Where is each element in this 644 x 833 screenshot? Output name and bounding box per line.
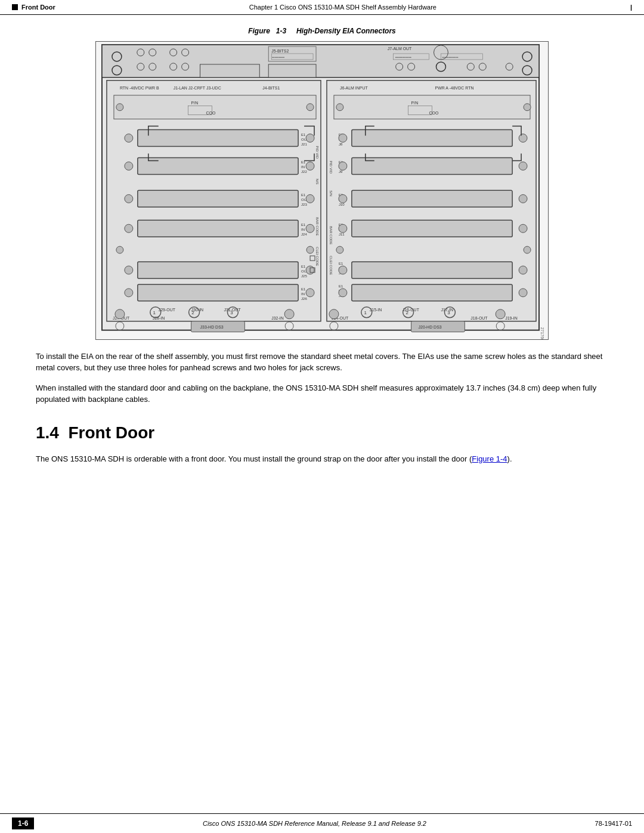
svg-text:J5-BITS2: J5-BITS2 — [271, 49, 289, 53]
svg-text:3: 3 — [230, 310, 233, 315]
svg-text:J33-HD DS3: J33-HD DS3 — [200, 325, 224, 329]
svg-rect-141 — [352, 262, 512, 278]
svg-point-139 — [339, 224, 347, 233]
section-title: Front Door — [69, 423, 155, 442]
figure-title: High-Density EIA Connectors — [296, 27, 396, 35]
body-paragraph-2: When installed with the standard door an… — [36, 382, 608, 405]
svg-text:J26: J26 — [301, 297, 307, 301]
svg-point-152 — [519, 289, 527, 297]
svg-point-146 — [519, 266, 527, 274]
svg-text:J9: J9 — [339, 170, 343, 174]
svg-text:2: 2 — [405, 310, 408, 315]
header-chapter-title: Chapter 1 Cisco ONS 15310-MA SDH Shelf A… — [249, 4, 436, 11]
svg-text:271766: 271766 — [540, 327, 544, 339]
svg-rect-1 — [102, 45, 539, 78]
svg-point-67 — [125, 194, 133, 203]
svg-text:E1: E1 — [339, 262, 343, 265]
figure-diagram: J5-BITS2 •••••••••• J7-ALM OUT •••••••••… — [95, 41, 549, 340]
svg-text:E1: E1 — [301, 223, 306, 227]
figure-1-4-link[interactable]: Figure 1-4 — [472, 454, 507, 463]
svg-point-122 — [519, 134, 527, 143]
svg-point-121 — [339, 134, 347, 143]
svg-point-46 — [306, 246, 314, 253]
svg-text:E1: E1 — [301, 265, 306, 268]
svg-text:COO: COO — [429, 111, 439, 115]
svg-text:••••••••••: •••••••••• — [272, 55, 284, 59]
svg-text:J32-IN: J32-IN — [271, 316, 284, 320]
svg-point-43 — [116, 104, 123, 111]
svg-text:RTN  -48VDC  PWR B: RTN -48VDC PWR B — [120, 86, 159, 90]
footer-page-number: 1-6 — [12, 817, 34, 829]
header-left-text: Front Door — [21, 4, 55, 11]
svg-text:CLEI CODE: CLEI CODE — [329, 256, 333, 275]
svg-text:BAR CODE: BAR CODE — [329, 226, 333, 244]
svg-text:E1: E1 — [301, 160, 306, 164]
svg-text:IN: IN — [301, 228, 305, 231]
page-footer: 1-6 Cisco ONS 15310-MA SDH Reference Man… — [0, 813, 644, 833]
svg-text:CLEI CODE: CLEI CODE — [315, 247, 319, 266]
svg-text:PID VID: PID VID — [315, 146, 319, 159]
svg-point-62 — [306, 162, 314, 170]
svg-point-133 — [339, 194, 347, 203]
section-heading: 1.4 Front Door — [36, 423, 608, 442]
svg-rect-24 — [268, 64, 316, 78]
svg-point-111 — [336, 246, 343, 253]
figure-number: Figure 1-3 — [248, 27, 294, 35]
svg-rect-75 — [138, 262, 298, 278]
section-paragraph: The ONS 15310-MA SDH is orderable with a… — [36, 453, 608, 465]
svg-point-74 — [306, 224, 314, 233]
svg-point-68 — [306, 194, 314, 203]
svg-rect-129 — [352, 190, 512, 207]
svg-text:J21: J21 — [301, 143, 307, 146]
svg-text:COO: COO — [206, 111, 216, 115]
footer-left-text: Cisco ONS 15310-MA SDH Reference Manual,… — [203, 820, 426, 827]
svg-text:PID VID: PID VID — [329, 160, 333, 174]
svg-text:E1: E1 — [301, 133, 306, 137]
svg-text:3: 3 — [447, 310, 450, 315]
square-icon — [12, 4, 18, 10]
svg-text:J11: J11 — [339, 233, 345, 236]
svg-point-73 — [125, 224, 133, 233]
svg-point-56 — [306, 134, 314, 143]
svg-point-109 — [336, 104, 343, 111]
svg-text:P/N: P/N — [191, 101, 199, 105]
svg-point-93 — [115, 309, 125, 319]
page-header: Front Door Chapter 1 Cisco ONS 15310-MA … — [0, 0, 644, 15]
svg-point-85 — [125, 289, 133, 297]
svg-point-110 — [524, 104, 531, 111]
svg-point-44 — [306, 104, 314, 111]
svg-rect-51 — [138, 130, 298, 147]
header-section-label: Front Door — [12, 4, 55, 11]
header-right-bar: | — [630, 4, 632, 11]
svg-text:E1: E1 — [339, 284, 343, 288]
svg-rect-81 — [138, 284, 298, 301]
svg-text:BAR CODE: BAR CODE — [315, 217, 319, 236]
svg-rect-23 — [200, 64, 260, 78]
svg-rect-39 — [114, 95, 316, 119]
svg-rect-117 — [352, 130, 512, 147]
svg-text:P/N: P/N — [411, 101, 419, 105]
svg-text:J4-BITS1: J4-BITS1 — [262, 86, 280, 90]
svg-text:•••••••••••••: ••••••••••••• — [395, 55, 411, 59]
svg-rect-69 — [138, 220, 298, 237]
svg-point-45 — [116, 246, 123, 253]
svg-text:1: 1 — [153, 310, 156, 315]
svg-point-79 — [125, 266, 133, 274]
svg-rect-57 — [138, 157, 298, 174]
svg-text:J8: J8 — [339, 143, 343, 146]
svg-point-166 — [496, 309, 505, 319]
svg-text:J6-ALM INPUT: J6-ALM INPUT — [340, 86, 369, 90]
svg-point-55 — [125, 134, 133, 143]
body-paragraph-1: To install the EIA on the rear of the sh… — [36, 351, 608, 374]
figure-caption: Figure 1-3 High-Density EIA Connectors — [36, 27, 608, 35]
svg-text:J20-HD DS3: J20-HD DS3 — [419, 325, 442, 329]
svg-text:PWR A  -48VDC  RTN: PWR A -48VDC RTN — [435, 86, 473, 90]
svg-rect-147 — [352, 284, 512, 301]
footer-right-text: 78-19417-01 — [595, 820, 632, 827]
diagram-svg: J5-BITS2 •••••••••• J7-ALM OUT •••••••••… — [96, 42, 548, 339]
svg-point-112 — [524, 246, 531, 253]
svg-point-128 — [519, 162, 527, 170]
svg-point-140 — [519, 224, 527, 233]
svg-point-127 — [339, 162, 347, 170]
svg-text:J23: J23 — [301, 203, 307, 206]
